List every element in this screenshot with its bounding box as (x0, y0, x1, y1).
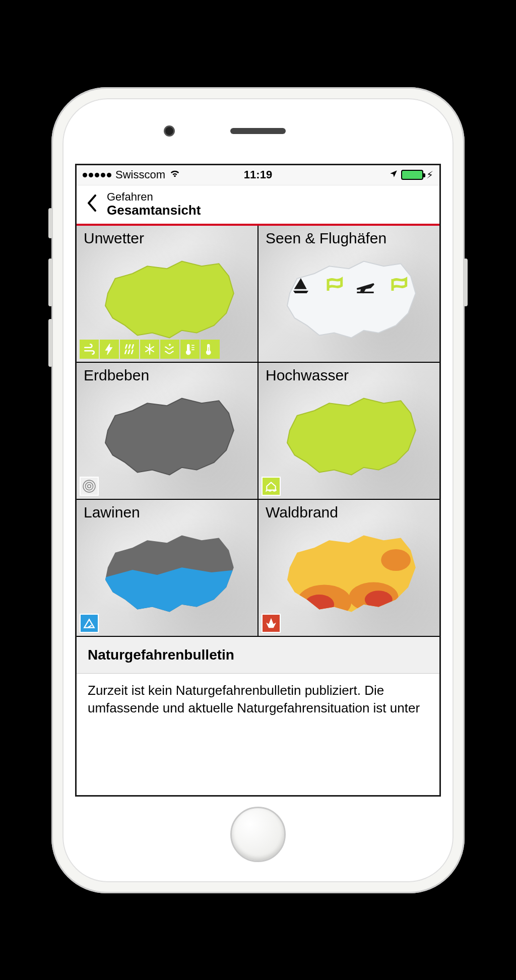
hazard-tile-label: Seen & Flughäfen (266, 230, 386, 247)
seismic-icon (80, 477, 99, 496)
map-thumbnail-icon (82, 249, 252, 348)
bulletin-body-text: Zurzeit ist kein Naturgefahrenbulletin p… (77, 674, 439, 725)
fire-icon (262, 614, 281, 633)
flood-house-icon (262, 477, 281, 496)
svg-rect-4 (208, 347, 209, 351)
hazard-subtype-icons (80, 340, 220, 359)
bulletin-title: Naturgefahrenbulletin (88, 647, 428, 663)
hazard-tile-hochwasser[interactable]: Hochwasser (259, 363, 439, 499)
svg-rect-1 (187, 344, 189, 351)
power-button (464, 258, 468, 306)
hazard-tile-label: Hochwasser (266, 367, 349, 384)
overlay-icons (291, 276, 408, 298)
hazard-tile-label: Lawinen (84, 504, 140, 521)
hazard-tile-unwetter[interactable]: Unwetter (77, 226, 257, 362)
wind-sock-icon (388, 276, 408, 298)
hazard-grid: Unwetter (77, 226, 439, 636)
ios-status-bar: Swisscom 11:19 ⚡︎ (77, 165, 439, 185)
svg-point-11 (365, 591, 393, 608)
lightning-icon (100, 340, 119, 359)
volume-up-button (48, 258, 52, 306)
hazard-tile-seen-flughaefen[interactable]: Seen & Flughäfen (259, 226, 439, 362)
phone-top-hardware (62, 98, 454, 164)
snow-icon (140, 340, 159, 359)
hazard-tile-label: Unwetter (84, 230, 144, 247)
front-camera (164, 125, 175, 137)
hazard-tile-label: Erdbeben (84, 367, 149, 384)
snowdrift-icon (160, 340, 179, 359)
home-button[interactable] (230, 807, 286, 862)
map-thumbnail-icon (264, 523, 434, 622)
map-thumbnail-icon (264, 249, 434, 348)
charging-icon: ⚡︎ (426, 169, 433, 181)
map-thumbnail-icon (82, 386, 252, 485)
location-services-icon (389, 168, 398, 181)
frost-icon (180, 340, 200, 359)
mute-switch (48, 208, 52, 238)
svg-point-12 (381, 549, 411, 570)
wifi-icon (169, 168, 180, 182)
phone-screen: Swisscom 11:19 ⚡︎ (75, 164, 441, 797)
wind-sock-icon (323, 276, 343, 298)
map-thumbnail-icon (82, 523, 252, 622)
sailboat-icon (291, 276, 311, 298)
svg-point-6 (85, 482, 93, 490)
nav-subtitle: Gefahren (107, 191, 201, 203)
heat-icon (201, 340, 220, 359)
hazard-tile-erdbeben[interactable]: Erdbeben (77, 363, 257, 499)
battery-icon (401, 170, 423, 180)
avalanche-icon (80, 614, 99, 633)
phone-device-frame: Swisscom 11:19 ⚡︎ (51, 87, 465, 893)
signal-strength-icon (83, 173, 111, 177)
bulletin-header: Naturgefahrenbulletin (77, 636, 439, 674)
plane-icon (355, 276, 375, 298)
rain-icon (120, 340, 139, 359)
back-button[interactable] (87, 192, 97, 217)
map-thumbnail-icon (264, 386, 434, 485)
hazard-tile-waldbrand[interactable]: Waldbrand (259, 500, 439, 636)
svg-point-5 (88, 484, 91, 488)
nav-title: Gesamtansicht (107, 203, 201, 218)
hazard-tile-label: Waldbrand (266, 504, 338, 521)
svg-point-9 (304, 595, 334, 614)
volume-down-button (48, 319, 52, 367)
navigation-header: Gefahren Gesamtansicht (77, 185, 439, 226)
carrier-label: Swisscom (115, 168, 165, 181)
phone-speaker (230, 128, 286, 134)
clock-label: 11:19 (200, 168, 316, 181)
wind-icon (80, 340, 99, 359)
hazard-tile-lawinen[interactable]: Lawinen (77, 500, 257, 636)
